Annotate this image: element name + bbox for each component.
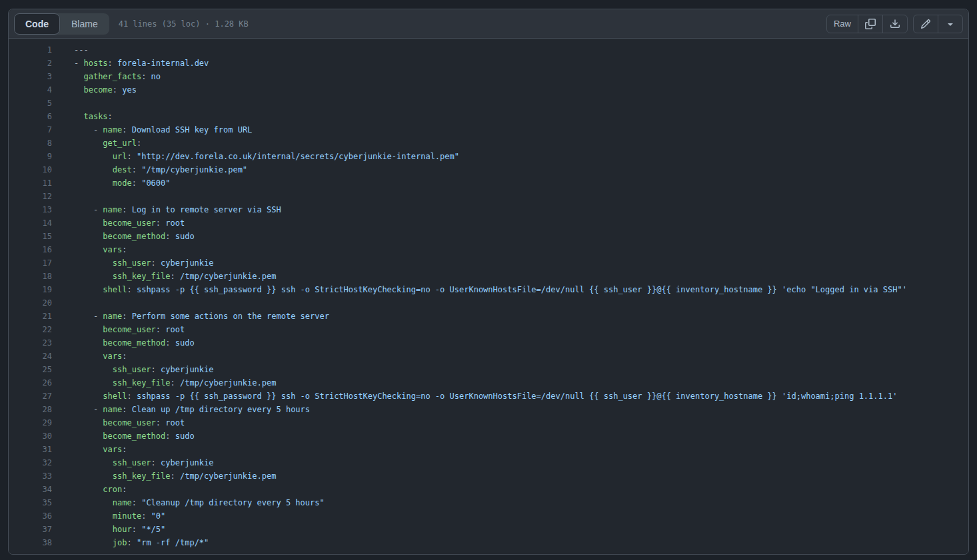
line-content: vars: [74, 350, 127, 363]
code-line: 16 vars: [9, 243, 968, 256]
line-content: get_url: [74, 137, 141, 150]
code-line: 9 url: "http://dev.forela.co.uk/internal… [9, 150, 968, 163]
code-line: 20 [9, 296, 968, 310]
line-number[interactable]: 14 [9, 216, 52, 230]
line-number[interactable]: 3 [9, 70, 52, 83]
line-content: - name: Perform some actions on the remo… [74, 310, 329, 323]
code-line: 19 shell: sshpass -p {{ ssh_password }} … [9, 283, 968, 296]
line-number[interactable]: 29 [9, 416, 52, 429]
line-content: job: "rm -rf /tmp/*" [74, 536, 209, 549]
line-content: url: "http://dev.forela.co.uk/internal/s… [74, 150, 459, 163]
line-number[interactable]: 24 [9, 350, 52, 363]
edit-dropdown-button[interactable] [938, 15, 962, 33]
code-lines: 1---2- hosts: forela-internal.dev3 gathe… [9, 39, 968, 554]
code-line: 31 vars: [9, 443, 968, 456]
raw-button[interactable]: Raw [827, 15, 858, 33]
code-line: 2- hosts: forela-internal.dev [9, 57, 968, 70]
line-number[interactable]: 35 [9, 496, 52, 509]
code-line: 17 ssh_user: cyberjunkie [9, 256, 968, 270]
line-content: ssh_key_file: /tmp/cyberjunkie.pem [74, 376, 276, 390]
line-number[interactable]: 27 [9, 390, 52, 403]
code-line: 35 name: "Cleanup /tmp directory every 5… [9, 496, 968, 509]
line-number[interactable]: 15 [9, 230, 52, 243]
line-number[interactable]: 4 [9, 83, 52, 97]
line-number[interactable]: 30 [9, 429, 52, 443]
code-line: 29 become_user: root [9, 416, 968, 429]
line-content: vars: [74, 443, 127, 456]
line-content: ssh_key_file: /tmp/cyberjunkie.pem [74, 270, 276, 283]
line-number[interactable]: 25 [9, 363, 52, 376]
line-number[interactable]: 21 [9, 310, 52, 323]
line-number[interactable]: 16 [9, 243, 52, 256]
code-line: 38 job: "rm -rf /tmp/*" [9, 536, 968, 549]
code-line: 30 become_method: sudo [9, 429, 968, 443]
line-number[interactable]: 2 [9, 57, 52, 70]
line-number[interactable]: 32 [9, 456, 52, 469]
line-number[interactable]: 28 [9, 403, 52, 416]
line-content: - name: Clean up /tmp directory every 5 … [74, 403, 310, 416]
code-line: 3 gather_facts: no [9, 70, 968, 83]
code-line: 37 hour: "*/5" [9, 523, 968, 536]
copy-button[interactable] [858, 15, 882, 33]
line-content: ssh_user: cyberjunkie [74, 363, 214, 376]
file-stats: 41 lines (35 loc) · 1.28 KB [119, 19, 249, 29]
line-content: - hosts: forela-internal.dev [74, 57, 209, 70]
line-content: become: yes [74, 83, 137, 97]
line-number[interactable]: 23 [9, 336, 52, 350]
code-line: 21 - name: Perform some actions on the r… [9, 310, 968, 323]
line-content: become_method: sudo [74, 230, 195, 243]
line-number[interactable]: 34 [9, 483, 52, 496]
line-number[interactable]: 17 [9, 256, 52, 270]
line-content: tasks: [74, 110, 113, 123]
line-content: - name: Download SSH key from URL [74, 123, 252, 137]
code-line: 13 - name: Log in to remote server via S… [9, 203, 968, 216]
line-number[interactable]: 36 [9, 509, 52, 523]
code-line: 11 mode: "0600" [9, 176, 968, 190]
line-number[interactable]: 31 [9, 443, 52, 456]
line-content: ssh_user: cyberjunkie [74, 456, 214, 469]
line-number[interactable]: 33 [9, 469, 52, 483]
download-button[interactable] [882, 15, 907, 33]
line-number[interactable]: 1 [9, 43, 52, 57]
line-number[interactable]: 8 [9, 137, 52, 150]
line-content: become_user: root [74, 416, 185, 429]
code-line: 8 get_url: [9, 137, 968, 150]
line-number[interactable]: 7 [9, 123, 52, 137]
code-line: 4 become: yes [9, 83, 968, 97]
line-number[interactable]: 9 [9, 150, 52, 163]
line-number[interactable]: 18 [9, 270, 52, 283]
code-line: 14 become_user: root [9, 216, 968, 230]
line-number[interactable]: 22 [9, 323, 52, 336]
line-number[interactable]: 6 [9, 110, 52, 123]
line-content: shell: sshpass -p {{ ssh_password }} ssh… [74, 390, 897, 403]
line-number[interactable]: 26 [9, 376, 52, 390]
line-number[interactable]: 10 [9, 163, 52, 176]
line-content: become_method: sudo [74, 336, 195, 350]
line-number[interactable]: 12 [9, 190, 52, 203]
code-line: 32 ssh_user: cyberjunkie [9, 456, 968, 469]
line-content: ssh_key_file: /tmp/cyberjunkie.pem [74, 469, 276, 483]
line-number[interactable]: 37 [9, 523, 52, 536]
line-number[interactable]: 20 [9, 296, 52, 310]
copy-icon [865, 19, 876, 29]
line-number[interactable]: 5 [9, 97, 52, 110]
line-content: cron: [74, 483, 127, 496]
chevron-down-icon [945, 19, 956, 29]
line-number[interactable]: 13 [9, 203, 52, 216]
line-number[interactable]: 11 [9, 176, 52, 190]
tab-code[interactable]: Code [14, 13, 60, 35]
line-content: shell: sshpass -p {{ ssh_password }} ssh… [74, 283, 907, 296]
code-line: 23 become_method: sudo [9, 336, 968, 350]
edit-pencil-icon [920, 19, 931, 29]
line-number[interactable]: 19 [9, 283, 52, 296]
raw-copy-download-group: Raw [826, 15, 908, 33]
line-number[interactable]: 38 [9, 536, 52, 549]
edit-button[interactable] [914, 15, 938, 33]
line-content: become_method: sudo [74, 429, 195, 443]
line-content: gather_facts: no [74, 70, 161, 83]
line-content: vars: [74, 243, 127, 256]
code-line: 5 [9, 97, 968, 110]
code-line: 15 become_method: sudo [9, 230, 968, 243]
code-line: 7 - name: Download SSH key from URL [9, 123, 968, 137]
tab-blame[interactable]: Blame [60, 13, 109, 35]
